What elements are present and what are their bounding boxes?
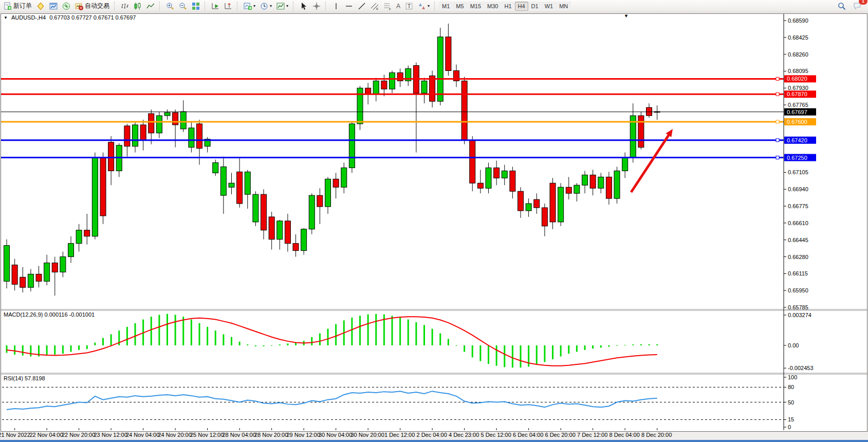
line-anchor-handle[interactable] [776,120,779,123]
tile-windows-icon [192,2,200,10]
macd-histogram-bar [367,315,369,345]
bull-candle [92,158,98,236]
timeframe-button-w1[interactable]: W1 [542,2,557,11]
search-button[interactable] [836,1,848,11]
crosshair-button[interactable] [310,1,323,11]
collapse-triangle-icon[interactable]: ▼ [4,15,8,21]
tile-windows-button[interactable] [190,1,202,11]
line-anchor-handle[interactable] [776,156,779,159]
macd-histogram-bar [70,345,72,352]
macd-histogram-bar [544,345,545,362]
chart-shift-marker-icon[interactable]: ▼ [624,13,629,19]
macd-axis-label: 0.00 [788,342,799,348]
price-axis-label: 0.65785 [788,304,808,310]
bull-candle [277,221,283,240]
new-order-button[interactable]: 新订单 [2,1,34,11]
bull-candle [622,158,628,171]
timeframe-button-m15[interactable]: M15 [467,2,484,11]
bull-candle [189,128,194,148]
timeframe-button-m1[interactable]: M1 [439,2,453,11]
bull-candle [582,175,588,185]
bull-candle [229,183,234,187]
templates-dropdown-button[interactable]: ▾ [274,1,290,11]
autotrading-button[interactable]: 自动交易 [73,1,112,11]
time-axis-label: 30 Nov 04:00 [319,432,352,438]
rsi-axis-label: 100 [788,374,797,380]
candlestick-chart-button[interactable] [132,1,144,11]
bar-chart-icon [121,2,129,10]
zoom-in-button[interactable] [164,1,176,11]
market-watch-icon [36,2,45,10]
timeframe-button-m30[interactable]: M30 [484,2,501,11]
bear-candle [100,158,106,216]
bear-candle [606,177,612,198]
fibonacci-button[interactable]: F [381,1,394,11]
chart-shift-button[interactable] [222,1,234,11]
macd-histogram-bar [191,320,192,345]
horizontal-line-button[interactable] [343,1,355,11]
chart-shift-icon [224,2,232,10]
macd-histogram-bar [247,344,248,345]
cursor-button[interactable] [298,1,310,11]
timeframe-button-mn[interactable]: MN [556,2,571,11]
toolbar-separator [293,2,296,11]
macd-histogram-bar [78,345,80,350]
equidistant-channel-button[interactable]: E [368,1,381,11]
vertical-line-icon [332,2,340,10]
time-axis-label: 4 Dec 23:00 [449,432,479,438]
macd-histogram-bar [608,345,610,347]
bull-candle [220,167,226,195]
vertical-line-button[interactable] [330,1,342,11]
periods-dropdown-button[interactable]: ▾ [258,1,274,11]
chart-canvas[interactable]: 0.685900.684250.682600.680950.679300.677… [1,14,867,430]
timeframe-button-h1[interactable]: H1 [501,2,514,11]
chart-title: AUDUSD-,H4 [11,14,46,21]
rsi-axis-label: 0 [788,424,791,430]
market-watch-button[interactable] [34,1,47,11]
text-label-button[interactable]: T [403,1,415,11]
bull-candle [373,81,379,94]
trendline-button[interactable] [356,1,368,11]
shapes-dropdown-button[interactable]: ▾ [416,1,432,11]
rsi-line [7,391,657,410]
templates-icon [276,2,285,10]
bear-candle [518,191,524,211]
signals-button[interactable] [60,1,72,11]
bull-candle [325,179,331,207]
timeframe-button-h4[interactable]: H4 [515,2,528,11]
signals-icon [62,2,70,10]
macd-histogram-bar [158,315,160,345]
bull-candle [502,171,507,178]
price-axis-label: 0.65950 [788,287,808,293]
line-chart-button[interactable] [144,1,157,11]
zoom-out-button[interactable] [177,1,189,11]
bear-candle [397,72,403,81]
macd-histogram-bar [175,315,176,345]
time-axis[interactable]: 21 Nov 202222 Nov 04:0022 Nov 20:0023 No… [1,432,866,439]
line-anchor-handle[interactable] [776,93,779,96]
line-anchor-handle[interactable] [776,139,779,142]
text-button[interactable]: A [394,1,402,11]
chart-window-button[interactable] [47,1,60,11]
auto-scroll-button[interactable] [209,1,221,11]
bear-candle [647,107,652,116]
line-anchor-handle[interactable] [776,77,779,80]
macd-histogram-bar [439,334,441,345]
chart-window: ▼ AUDUSD-,H4 0.67703 0.67727 0.67671 0.6… [1,13,867,432]
trendline-icon [358,2,366,10]
timeframe-group: M1M5M15M30H1H4D1W1MN [439,1,571,11]
bar-chart-button[interactable] [119,1,131,11]
time-axis-label: 2 Dec 04:00 [416,432,447,438]
new-chart-dropdown-button[interactable]: ▾ [242,1,257,11]
rsi-label: RSI(14) 57.8198 [4,375,45,381]
annotation-arrow-line[interactable] [631,133,671,192]
new-order-icon [4,2,12,10]
bear-candle [590,175,596,188]
bull-candle [574,185,580,193]
rsi-panel: 1008050150RSI(14) 57.8198 [2,374,797,430]
bear-candle [261,194,267,230]
bear-candle [285,221,290,244]
timeframe-button-m5[interactable]: M5 [453,2,467,11]
bear-candle [237,172,243,204]
timeframe-button-d1[interactable]: D1 [528,2,542,11]
